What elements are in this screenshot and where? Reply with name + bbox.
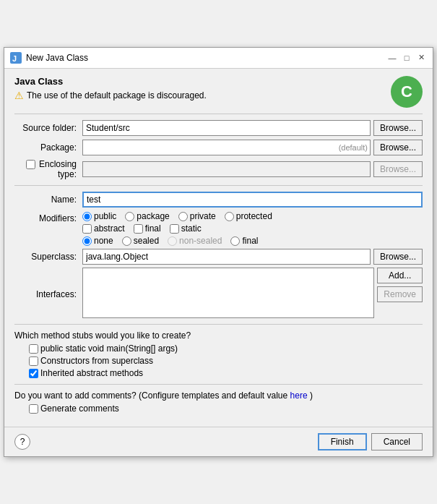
radio-public[interactable]: public — [82, 211, 116, 221]
source-folder-input[interactable] — [82, 120, 371, 136]
radio-private[interactable]: private — [178, 211, 216, 221]
radio-package-input[interactable] — [125, 212, 134, 221]
superclass-browse-button[interactable]: Browse... — [373, 249, 423, 265]
svg-text:J: J — [12, 54, 17, 63]
enclosing-type-browse-button[interactable]: Browse... — [373, 161, 423, 177]
header-left: Java Class ⚠ The use of the default pack… — [14, 76, 391, 101]
title-bar-left: J New Java Class — [10, 52, 88, 64]
close-button[interactable]: ✕ — [415, 52, 427, 64]
comments-question: Do you want to add comments? (Configure … — [14, 390, 287, 401]
constructors-stub-checkbox[interactable] — [29, 356, 38, 366]
superclass-label: Superclass: — [14, 252, 79, 262]
dialog-title: New Java Class — [26, 53, 88, 63]
remove-interface-button[interactable]: Remove — [377, 286, 423, 302]
static-checkbox[interactable] — [170, 224, 179, 234]
eclipse-logo: C — [391, 76, 423, 108]
new-java-class-dialog: J New Java Class — □ ✕ Java Class ⚠ The … — [4, 47, 433, 457]
header-section: Java Class ⚠ The use of the default pack… — [14, 76, 423, 108]
warning-icon: ⚠ — [14, 90, 24, 101]
modifiers-section: public package private protected — [82, 211, 423, 246]
abstract-checkbox[interactable] — [82, 224, 92, 234]
finish-button[interactable]: Finish — [318, 433, 367, 450]
modifiers-label: Modifiers: — [14, 211, 79, 223]
package-label: Package: — [14, 142, 79, 153]
radio-final-sealing-input[interactable] — [230, 236, 240, 246]
separator4 — [14, 384, 423, 385]
generate-comments-checkbox[interactable] — [29, 404, 38, 414]
package-input[interactable] — [82, 140, 371, 155]
radio-protected-input[interactable] — [225, 212, 234, 221]
comments-question-end: ) — [310, 390, 313, 401]
modifier-checkboxes-row: abstract final static — [82, 223, 423, 234]
source-folder-browse-button[interactable]: Browse... — [373, 120, 423, 136]
action-buttons: Finish Cancel — [318, 433, 423, 450]
java-class-title: Java Class — [14, 76, 391, 87]
stubs-section: Which method stubs would you like to cre… — [14, 330, 423, 378]
stubs-title: Which method stubs would you like to cre… — [14, 330, 423, 341]
generate-comments-text: Generate comments — [40, 403, 119, 414]
constructors-stub-label[interactable]: Constructors from superclass — [29, 356, 423, 366]
package-browse-button[interactable]: Browse... — [373, 140, 423, 155]
comments-section: Do you want to add comments? (Configure … — [14, 390, 423, 414]
dialog-body: Java Class ⚠ The use of the default pack… — [4, 69, 433, 419]
main-stub-checkbox[interactable] — [29, 344, 38, 354]
separator — [14, 114, 423, 114]
interfaces-textarea[interactable] — [82, 268, 374, 318]
enclosing-type-label: Enclosing type: — [14, 159, 79, 179]
constructors-stub-text: Constructors from superclass — [40, 356, 153, 366]
title-controls: — □ ✕ — [386, 52, 427, 64]
radio-non-sealed[interactable]: non-sealed — [168, 236, 222, 246]
sealing-row: none sealed non-sealed final — [82, 236, 423, 246]
radio-non-sealed-input[interactable] — [168, 236, 177, 246]
radio-protected[interactable]: protected — [225, 211, 272, 221]
bottom-bar: ? Finish Cancel — [4, 427, 433, 456]
cancel-button[interactable]: Cancel — [371, 433, 423, 450]
separator3 — [14, 324, 423, 325]
enclosing-type-checkbox[interactable] — [26, 160, 35, 169]
separator2 — [14, 185, 423, 186]
radio-none-input[interactable] — [82, 236, 92, 246]
source-folder-label: Source folder: — [14, 123, 79, 133]
comments-link[interactable]: here — [290, 390, 308, 401]
warning-row: ⚠ The use of the default package is disc… — [14, 90, 391, 101]
title-bar: J New Java Class — □ ✕ — [4, 48, 433, 69]
inherited-stub-text: Inherited abstract methods — [40, 368, 143, 378]
name-label: Name: — [14, 195, 79, 205]
superclass-input[interactable] — [82, 249, 371, 265]
interfaces-label: Interfaces: — [14, 287, 79, 299]
radio-sealed[interactable]: sealed — [122, 236, 159, 246]
generate-comments-label[interactable]: Generate comments — [29, 403, 423, 414]
radio-none[interactable]: none — [82, 236, 113, 246]
package-input-wrap: (default) — [82, 140, 371, 155]
visibility-row: public package private protected — [82, 211, 423, 221]
radio-private-input[interactable] — [178, 212, 188, 221]
interfaces-controls: Add... Remove — [377, 268, 423, 302]
static-checkbox-label[interactable]: static — [170, 223, 202, 234]
inherited-stub-label[interactable]: Inherited abstract methods — [29, 368, 423, 378]
comments-text: Do you want to add comments? (Configure … — [14, 390, 423, 401]
radio-public-input[interactable] — [82, 212, 92, 221]
minimize-button[interactable]: — — [386, 52, 398, 64]
help-button[interactable]: ? — [14, 434, 30, 450]
java-icon: J — [10, 52, 22, 64]
final-checkbox-label[interactable]: final — [134, 223, 161, 234]
main-stub-text: public static void main(String[] args) — [40, 343, 178, 354]
final-checkbox[interactable] — [134, 224, 143, 234]
stubs-checks: public static void main(String[] args) C… — [14, 343, 423, 378]
abstract-checkbox-label[interactable]: abstract — [82, 223, 125, 234]
radio-package[interactable]: package — [125, 211, 169, 221]
warning-text: The use of the default package is discou… — [27, 90, 207, 101]
inherited-stub-checkbox[interactable] — [29, 369, 38, 378]
enclosing-type-input[interactable] — [82, 161, 371, 177]
main-stub-label[interactable]: public static void main(String[] args) — [29, 343, 423, 354]
maximize-button[interactable]: □ — [401, 52, 412, 64]
radio-sealed-input[interactable] — [122, 236, 131, 246]
radio-final-sealing[interactable]: final — [230, 236, 258, 246]
name-input[interactable] — [82, 192, 423, 208]
add-interface-button[interactable]: Add... — [377, 268, 423, 283]
